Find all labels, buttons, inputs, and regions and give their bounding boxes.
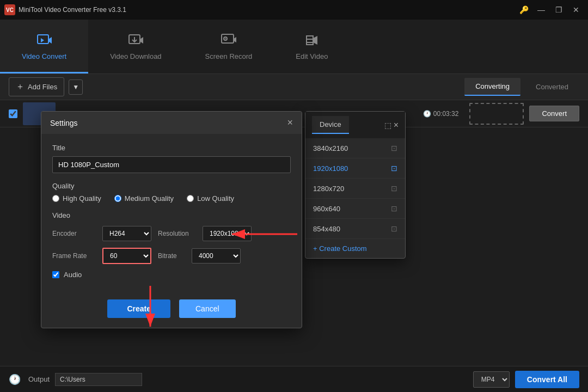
resolution-label-720p: 1280x720 <box>313 185 344 193</box>
close-button[interactable]: ✕ <box>568 4 584 15</box>
dropdown-header: Device ⬚ × <box>305 112 405 138</box>
video-checkbox[interactable] <box>9 109 17 118</box>
bitrate-select[interactable]: 4000 <box>192 248 241 264</box>
quality-high-text: High Quality <box>63 194 101 203</box>
quality-low-label[interactable]: Low Quality <box>187 194 234 203</box>
resolution-item-1080p[interactable]: 1920x1080 ⊡ <box>305 158 405 179</box>
quality-high-radio[interactable] <box>52 195 59 202</box>
edit-icon-480[interactable]: ⊡ <box>391 224 397 233</box>
app-title: MiniTool Video Converter Free v3.3.1 <box>19 6 126 14</box>
nav-item-video-download[interactable]: Video Download <box>88 20 183 74</box>
video-download-icon <box>127 32 144 49</box>
schedule-icon[interactable]: 🕐 <box>9 373 21 385</box>
audio-checkbox[interactable] <box>52 271 59 278</box>
edit-icon-720p[interactable]: ⊡ <box>391 184 397 193</box>
screen-record-icon <box>220 32 237 49</box>
resolution-label-480: 854x480 <box>313 225 340 233</box>
nav-label-screen-record: Screen Record <box>205 52 253 60</box>
quality-medium-text: Medium Quality <box>125 194 174 203</box>
nav-label-video-convert: Video Convert <box>22 52 66 60</box>
title-input[interactable] <box>52 156 291 173</box>
resolution-label-4k: 3840x2160 <box>313 144 348 152</box>
settings-modal: Settings × Title Quality High Quality Me… <box>41 111 302 328</box>
nav-bar: Video Convert Video Download Screen Reco… <box>0 20 588 74</box>
framerate-row: Frame Rate 60 Bitrate 4000 <box>52 248 291 264</box>
resolution-select[interactable]: 1920x1080 <box>203 226 252 241</box>
modal-footer: Create Cancel <box>41 295 302 328</box>
dropdown-panel: Device ⬚ × 3840x2160 ⊡ 1920x1080 ⊡ 1280x… <box>305 111 406 259</box>
key-button[interactable]: 🔑 <box>516 4 531 15</box>
quality-low-text: Low Quality <box>197 194 234 203</box>
nav-item-screen-record[interactable]: Screen Record <box>183 20 274 74</box>
cancel-button[interactable]: Cancel <box>179 299 236 318</box>
settings-body: Title Quality High Quality Medium Qualit… <box>41 134 302 295</box>
settings-header: Settings × <box>41 112 302 134</box>
encoder-label: Encoder <box>52 230 96 237</box>
title-bar: VC MiniTool Video Converter Free v3.3.1 … <box>0 0 588 20</box>
external-link-icon[interactable]: ⬚ <box>384 121 391 130</box>
bottom-format-dropdown[interactable]: MP4 <box>473 371 510 388</box>
create-button[interactable]: Create <box>107 299 170 318</box>
dropdown-close-button[interactable]: × <box>394 120 399 130</box>
toolbar: ＋ Add Files ▼ Converting Converted <box>0 74 588 100</box>
device-tab[interactable]: Device <box>312 116 349 134</box>
nav-label-edit-video: Edit Video <box>296 52 328 60</box>
title-label: Title <box>52 144 291 152</box>
nav-label-video-download: Video Download <box>110 52 161 60</box>
video-duration: 🕐 00:03:32 <box>423 110 459 118</box>
window-controls: 🔑 — ❐ ✕ <box>516 4 584 15</box>
tab-converted[interactable]: Converted <box>525 78 579 95</box>
quality-row: High Quality Medium Quality Low Quality <box>52 194 291 203</box>
add-files-label: Add Files <box>28 83 57 91</box>
resolution-label-1080p: 1920x1080 <box>313 164 348 173</box>
quality-label: Quality <box>52 182 291 190</box>
format-select-box[interactable] <box>469 103 524 125</box>
settings-close-button[interactable]: × <box>287 117 293 128</box>
video-section-title: Video <box>52 211 291 219</box>
output-label: Output <box>28 375 50 383</box>
audio-label: Audio <box>64 271 82 279</box>
encoder-select[interactable]: H264 <box>102 226 151 241</box>
bottom-bar: 🕐 Output MP4 Convert All <box>0 366 588 392</box>
add-files-button[interactable]: ＋ Add Files <box>9 77 64 96</box>
add-icon: ＋ <box>16 81 24 93</box>
edit-icon-4k[interactable]: ⊡ <box>391 144 397 152</box>
resolution-label: Resolution <box>158 230 196 237</box>
convert-button[interactable]: Convert <box>529 106 579 121</box>
framerate-select[interactable]: 60 <box>102 248 151 264</box>
resolution-item-640[interactable]: 960x640 ⊡ <box>305 199 405 219</box>
resolution-item-480[interactable]: 854x480 ⊡ <box>305 219 405 239</box>
svg-point-4 <box>225 38 226 39</box>
minimize-button[interactable]: — <box>534 4 549 15</box>
quality-high-label[interactable]: High Quality <box>52 194 101 203</box>
bitrate-label: Bitrate <box>158 252 185 260</box>
nav-item-edit-video[interactable]: Edit Video <box>274 20 350 74</box>
edit-video-icon <box>303 32 321 49</box>
main-content: Why you SHOULD sh... 🕐 00:03:32 Convert … <box>0 100 588 366</box>
maximize-button[interactable]: ❐ <box>551 4 566 15</box>
nav-item-video-convert[interactable]: Video Convert <box>0 20 88 74</box>
add-files-dropdown-button[interactable]: ▼ <box>69 79 83 95</box>
tab-converting[interactable]: Converting <box>464 78 520 96</box>
title-bar-left: VC MiniTool Video Converter Free v3.3.1 <box>4 4 126 15</box>
svg-rect-0 <box>38 35 48 44</box>
video-convert-icon <box>35 32 53 49</box>
quality-medium-label[interactable]: Medium Quality <box>114 194 174 203</box>
resolution-label-640: 960x640 <box>313 205 340 213</box>
convert-all-button[interactable]: Convert All <box>515 371 579 388</box>
audio-row: Audio <box>52 271 291 279</box>
edit-icon-1080p[interactable]: ⊡ <box>391 164 397 173</box>
resolution-item-4k[interactable]: 3840x2160 ⊡ <box>305 138 405 158</box>
create-custom-button[interactable]: + Create Custom <box>305 239 405 258</box>
resolution-item-720p[interactable]: 1280x720 ⊡ <box>305 179 405 199</box>
app-icon: VC <box>4 4 15 15</box>
clock-icon: 🕐 <box>423 110 431 118</box>
output-path-input[interactable] <box>55 373 142 386</box>
settings-title: Settings <box>50 119 78 127</box>
quality-low-radio[interactable] <box>187 195 194 202</box>
edit-icon-640[interactable]: ⊡ <box>391 204 397 213</box>
encoder-row: Encoder H264 Resolution 1920x1080 <box>52 226 291 241</box>
framerate-label: Frame Rate <box>52 252 96 260</box>
quality-medium-radio[interactable] <box>114 195 121 202</box>
